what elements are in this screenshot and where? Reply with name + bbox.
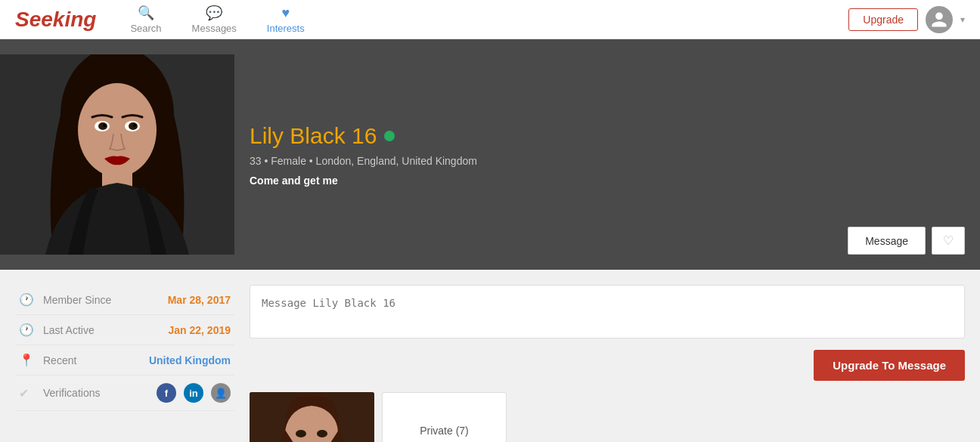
private-label: Private (7)	[420, 425, 469, 437]
nav-interests[interactable]: ♥ Interests	[256, 5, 316, 34]
photo-thumb-svg	[250, 392, 374, 442]
search-icon: 🔍	[138, 5, 154, 21]
profile-actions: Message ♡	[848, 227, 965, 255]
main-content: 🕐 Member Since Mar 28, 2017 🕐 Last Activ…	[0, 270, 980, 442]
main-nav: 🔍 Search 💬 Messages ♥ Interests	[119, 5, 315, 34]
photo-thumb-image	[250, 392, 374, 442]
dropdown-arrow[interactable]: ▾	[960, 14, 965, 25]
messages-icon: 💬	[206, 5, 222, 21]
right-panel: Upgrade To Message	[250, 285, 965, 442]
interests-icon: ♥	[281, 5, 290, 21]
stat-recent: 📍 Recent United Kingdom	[15, 345, 234, 376]
app-logo: Seeking	[15, 8, 96, 32]
svg-point-8	[129, 122, 138, 130]
profile-meta: 33 • Female • London, England, United Ki…	[250, 155, 950, 167]
user-avatar[interactable]	[926, 6, 953, 33]
stat-member-since-value: Mar 28, 2017	[168, 294, 231, 306]
nav-search-label: Search	[130, 23, 161, 34]
clock-icon-member: 🕐	[19, 292, 36, 307]
favorite-button[interactable]: ♡	[932, 227, 965, 255]
private-photos-tile[interactable]: Private (7) 🔒 Request to View	[382, 392, 507, 442]
nav-search[interactable]: 🔍 Search	[119, 5, 172, 34]
upgrade-to-message-button[interactable]: Upgrade To Message	[814, 350, 965, 381]
location-icon: 📍	[19, 353, 36, 367]
stat-last-active-value: Jan 22, 2019	[168, 324, 231, 336]
profile-portrait-svg	[0, 54, 234, 255]
nav-messages[interactable]: 💬 Messages	[181, 5, 248, 34]
svg-point-10	[133, 124, 136, 127]
user-verification-icon: 👤	[211, 383, 231, 403]
stat-member-since: 🕐 Member Since Mar 28, 2017	[15, 285, 234, 315]
stat-verifications-label: Verifications	[43, 387, 157, 399]
message-input[interactable]	[250, 286, 964, 335]
stat-last-active: 🕐 Last Active Jan 22, 2019	[15, 315, 234, 345]
svg-point-13	[296, 430, 306, 437]
profile-header: Lily Black 16 33 • Female • London, Engl…	[0, 39, 980, 270]
check-icon: ✔	[19, 386, 36, 400]
profile-name: Lily Black 16	[250, 123, 377, 149]
header-right: Upgrade ▾	[848, 6, 965, 33]
profile-photo-image	[0, 54, 234, 255]
profile-info: Lily Black 16 33 • Female • London, Engl…	[234, 108, 965, 202]
svg-point-9	[103, 124, 106, 127]
linkedin-verification-icon: in	[184, 383, 203, 403]
nav-messages-label: Messages	[192, 23, 237, 34]
message-box	[250, 285, 965, 338]
facebook-verification-icon: f	[157, 383, 176, 403]
svg-point-7	[98, 122, 107, 130]
profile-main-photo	[0, 54, 234, 255]
profile-name-row: Lily Black 16	[250, 123, 950, 149]
svg-point-14	[317, 430, 327, 437]
stat-verifications: ✔ Verifications f in 👤	[15, 376, 234, 411]
stats-list: 🕐 Member Since Mar 28, 2017 🕐 Last Activ…	[15, 285, 234, 411]
stat-recent-label: Recent	[43, 354, 149, 366]
left-panel: 🕐 Member Since Mar 28, 2017 🕐 Last Activ…	[15, 285, 250, 442]
nav-interests-label: Interests	[267, 23, 305, 34]
online-status-dot	[384, 131, 395, 141]
clock-icon-active: 🕐	[19, 323, 36, 337]
app-header: Seeking 🔍 Search 💬 Messages ♥ Interests …	[0, 0, 980, 39]
stat-member-since-label: Member Since	[43, 294, 168, 306]
profile-photo-thumb[interactable]	[250, 392, 374, 442]
profile-tagline: Come and get me	[250, 175, 950, 187]
message-button[interactable]: Message	[848, 227, 926, 255]
verifications-icons: f in 👤	[157, 383, 231, 403]
stat-last-active-label: Last Active	[43, 324, 168, 336]
upgrade-button[interactable]: Upgrade	[848, 8, 918, 31]
user-icon	[930, 11, 948, 29]
stat-recent-value[interactable]: United Kingdom	[149, 354, 231, 366]
photos-row: Private (7) 🔒 Request to View	[250, 392, 965, 442]
